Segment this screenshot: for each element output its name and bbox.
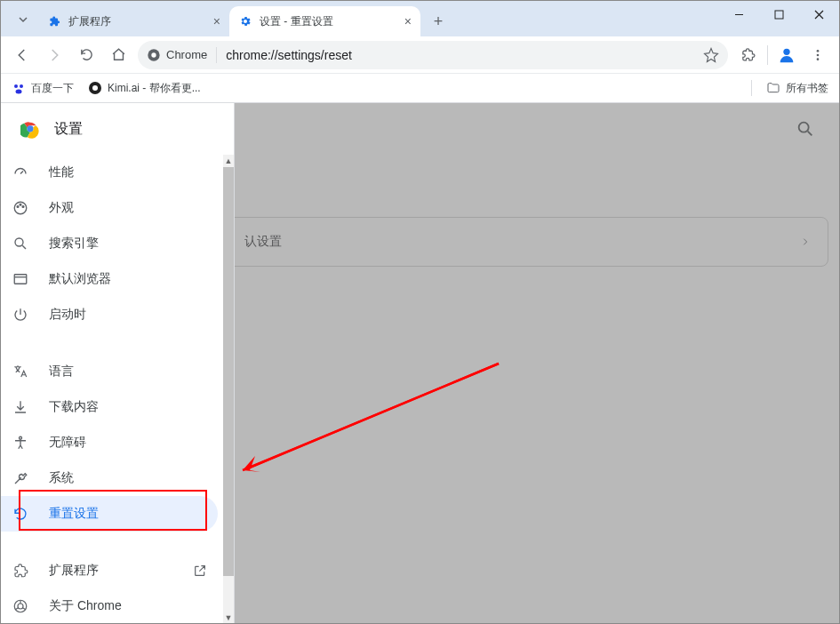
scroll-down-arrow[interactable]: ▼ [223, 612, 234, 624]
svg-point-26 [20, 436, 22, 439]
nav-label: 系统 [49, 470, 74, 486]
speed-icon [12, 164, 29, 181]
svg-point-22 [15, 238, 23, 246]
nav-reset[interactable]: 重置设置 [1, 496, 218, 532]
svg-point-5 [151, 52, 156, 57]
tab-title: 扩展程序 [68, 14, 111, 29]
scroll-up-arrow[interactable]: ▲ [223, 155, 234, 167]
svg-point-6 [783, 48, 789, 54]
close-icon[interactable]: × [404, 14, 412, 28]
sidebar-scroll-area: ▲ ▼ 性能 外观 搜索引擎 默认浏览器 启动时 语言 下载内容 无障碍 系统 … [1, 155, 234, 624]
svg-point-12 [16, 90, 22, 94]
title-bar: 扩展程序 × 设置 - 重置设置 × + [1, 1, 839, 36]
baidu-icon [12, 81, 26, 95]
content-area: 设置 ▲ ▼ 性能 外观 搜索引擎 默认浏览器 启动时 语言 下载内容 无障碍 … [1, 103, 839, 624]
nav-appearance[interactable]: 外观 [1, 190, 218, 226]
close-button[interactable] [799, 1, 839, 28]
svg-line-23 [22, 245, 26, 249]
accessibility-icon [12, 434, 29, 452]
tab-title: 设置 - 重置设置 [260, 14, 333, 29]
wrench-icon [12, 469, 29, 487]
bookmark-baidu[interactable]: 百度一下 [12, 81, 74, 96]
close-icon[interactable]: × [213, 14, 220, 28]
new-tab-button[interactable]: + [426, 9, 451, 34]
dim-overlay [235, 103, 839, 624]
svg-point-21 [22, 206, 24, 208]
divider [216, 47, 217, 63]
chrome-chip: Chrome [166, 48, 207, 61]
puzzle-icon [47, 14, 61, 28]
extensions-button[interactable] [735, 43, 760, 68]
nav-label: 启动时 [49, 307, 86, 323]
svg-point-7 [817, 50, 820, 52]
tab-settings[interactable]: 设置 - 重置设置 × [229, 6, 420, 36]
nav-extensions[interactable]: 扩展程序 [1, 553, 218, 588]
all-bookmarks-button[interactable]: 所有书签 [786, 81, 828, 96]
tab-search-button[interactable] [10, 6, 36, 33]
minimize-button[interactable] [719, 1, 759, 28]
svg-point-19 [17, 206, 19, 208]
profile-button[interactable] [775, 44, 798, 67]
menu-button[interactable] [805, 43, 830, 68]
forward-button[interactable] [42, 43, 67, 68]
chrome-badge-icon [147, 48, 161, 62]
nav-label: 默认浏览器 [49, 271, 111, 287]
gear-icon [238, 14, 252, 28]
download-icon [12, 398, 29, 416]
window-controls [719, 1, 839, 28]
power-icon [12, 306, 29, 324]
nav-accessibility[interactable]: 无障碍 [1, 425, 218, 460]
bookmark-label: 百度一下 [31, 81, 74, 96]
nav-label: 性能 [49, 164, 74, 180]
nav-label: 重置设置 [49, 506, 99, 522]
puzzle-icon [12, 562, 29, 580]
svg-point-14 [92, 85, 98, 91]
open-external-icon [193, 564, 207, 578]
settings-title: 设置 [54, 120, 83, 139]
nav-label: 搜索引擎 [49, 236, 99, 252]
settings-title-row: 设置 [1, 103, 234, 155]
tab-extensions[interactable]: 扩展程序 × [38, 6, 229, 36]
svg-line-31 [22, 608, 25, 610]
palette-icon [12, 199, 29, 217]
nav-label: 语言 [49, 364, 74, 380]
star-icon[interactable] [703, 47, 719, 63]
maximize-button[interactable] [759, 1, 799, 28]
nav-default-browser[interactable]: 默认浏览器 [1, 261, 218, 297]
svg-rect-24 [14, 275, 27, 284]
bookmark-kimi[interactable]: Kimi.ai - 帮你看更... [88, 81, 201, 96]
reset-icon [12, 505, 29, 523]
folder-icon [766, 81, 780, 95]
divider [767, 45, 768, 65]
kimi-icon [88, 81, 102, 95]
nav-system[interactable]: 系统 [1, 460, 218, 496]
svg-point-8 [817, 53, 820, 56]
bookmark-label: Kimi.ai - 帮你看更... [108, 81, 201, 96]
nav-on-startup[interactable]: 启动时 [1, 297, 218, 332]
url-text: chrome://settings/reset [226, 48, 698, 62]
reload-button[interactable] [74, 43, 99, 68]
search-icon [12, 235, 29, 252]
home-button[interactable] [106, 43, 131, 68]
chrome-logo-icon [20, 119, 40, 139]
divider [751, 80, 752, 96]
nav-about-chrome[interactable]: 关于 Chrome [1, 588, 218, 624]
settings-main-pane: 认设置 [235, 103, 839, 624]
nav-label: 下载内容 [49, 399, 99, 415]
back-button[interactable] [10, 43, 35, 68]
settings-sidebar: 设置 ▲ ▼ 性能 外观 搜索引擎 默认浏览器 启动时 语言 下载内容 无障碍 … [1, 103, 235, 624]
nav-label: 无障碍 [49, 435, 86, 451]
nav-downloads[interactable]: 下载内容 [1, 389, 218, 425]
browser-toolbar: Chrome chrome://settings/reset [1, 36, 839, 74]
nav-search-engine[interactable]: 搜索引擎 [1, 226, 218, 261]
svg-point-11 [20, 84, 23, 88]
svg-line-30 [15, 608, 18, 610]
svg-rect-1 [775, 11, 783, 19]
nav-languages[interactable]: 语言 [1, 354, 218, 389]
settings-nav: 性能 外观 搜索引擎 默认浏览器 启动时 语言 下载内容 无障碍 系统 重置设置… [1, 155, 223, 624]
address-bar[interactable]: Chrome chrome://settings/reset [138, 41, 728, 69]
nav-label: 外观 [49, 200, 74, 216]
nav-label: 关于 Chrome [49, 598, 122, 614]
nav-performance[interactable]: 性能 [1, 155, 218, 190]
scrollbar-thumb[interactable] [223, 167, 234, 576]
